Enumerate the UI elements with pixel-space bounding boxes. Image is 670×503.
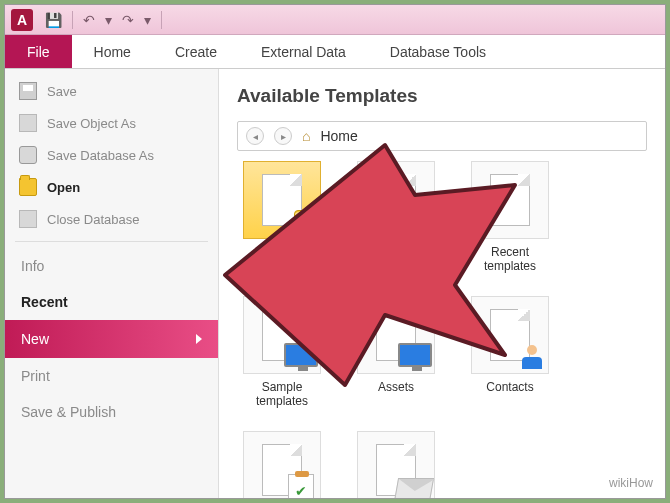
template-label: Sample templates xyxy=(237,380,327,409)
separator xyxy=(72,11,73,29)
save-icon[interactable]: 💾 xyxy=(45,12,62,28)
template-grid: Recent templates Sample templates Assets xyxy=(237,161,647,498)
template-contacts[interactable]: Contacts xyxy=(465,296,555,409)
sidebar-item-label: Close Database xyxy=(47,212,140,227)
save-object-icon xyxy=(19,114,37,132)
redo-icon[interactable]: ↷ xyxy=(122,12,134,28)
template-blank-web-database[interactable] xyxy=(351,161,441,274)
tab-database-tools[interactable]: Database Tools xyxy=(368,35,508,68)
undo-dropdown-icon[interactable]: ▾ xyxy=(105,12,112,28)
tab-create[interactable]: Create xyxy=(153,35,239,68)
sidebar-item-label: Save Object As xyxy=(47,116,136,131)
page-title: Available Templates xyxy=(237,85,647,107)
sidebar-item-info[interactable]: Info xyxy=(5,248,218,284)
tab-home[interactable]: Home xyxy=(72,35,153,68)
template-sample-templates[interactable]: Sample templates xyxy=(237,296,327,409)
sidebar-item-save[interactable]: Save xyxy=(5,75,218,107)
title-bar: A 💾 ↶ ▾ ↷ ▾ xyxy=(5,5,665,35)
sidebar-item-recent[interactable]: Recent xyxy=(5,284,218,320)
separator xyxy=(15,241,208,242)
sidebar-item-print[interactable]: Print xyxy=(5,358,218,394)
tab-file[interactable]: File xyxy=(5,35,72,68)
save-icon xyxy=(19,82,37,100)
sidebar-item-label: Open xyxy=(47,180,80,195)
template-non-profit[interactable]: Non-profit xyxy=(351,431,441,498)
nav-back-button[interactable]: ◂ xyxy=(246,127,264,145)
nav-forward-button[interactable]: ▸ xyxy=(274,127,292,145)
backstage-sidebar: Save Save Object As Save Database As Ope… xyxy=(5,69,219,498)
sidebar-item-save-publish[interactable]: Save & Publish xyxy=(5,394,218,430)
sidebar-item-save-database-as[interactable]: Save Database As xyxy=(5,139,218,171)
template-assets[interactable]: Assets xyxy=(351,296,441,409)
template-label: Contacts xyxy=(486,380,533,394)
ribbon-tabs: File Home Create External Data Database … xyxy=(5,35,665,69)
content-pane: Available Templates ◂ ▸ ⌂ Home xyxy=(219,69,665,498)
redo-dropdown-icon[interactable]: ▾ xyxy=(144,12,151,28)
sidebar-item-label: Save Database As xyxy=(47,148,154,163)
undo-icon[interactable]: ↶ xyxy=(83,12,95,28)
template-issues[interactable]: ✔ Issues & xyxy=(237,431,327,498)
sidebar-item-close-database[interactable]: Close Database xyxy=(5,203,218,235)
save-db-icon xyxy=(19,146,37,164)
separator xyxy=(161,11,162,29)
folder-open-icon xyxy=(19,178,37,196)
template-label: Recent templates xyxy=(465,245,555,274)
tab-external-data[interactable]: External Data xyxy=(239,35,368,68)
sidebar-item-label: Save xyxy=(47,84,77,99)
sidebar-item-new[interactable]: New xyxy=(5,320,218,358)
quick-access-toolbar: 💾 ↶ ▾ ↷ ▾ xyxy=(45,11,162,29)
sidebar-item-save-object-as[interactable]: Save Object As xyxy=(5,107,218,139)
watermark: wikiHow xyxy=(609,476,653,490)
template-recent-templates[interactable]: Recent templates xyxy=(465,161,555,274)
breadcrumb-bar: ◂ ▸ ⌂ Home xyxy=(237,121,647,151)
sidebar-item-label: New xyxy=(21,331,49,347)
home-icon: ⌂ xyxy=(302,128,310,144)
sidebar-item-open[interactable]: Open xyxy=(5,171,218,203)
triangle-right-icon xyxy=(196,334,202,344)
app-icon: A xyxy=(11,9,33,31)
breadcrumb-home[interactable]: Home xyxy=(320,128,357,144)
close-db-icon xyxy=(19,210,37,228)
template-label: Assets xyxy=(378,380,414,394)
template-blank-database[interactable] xyxy=(237,161,327,274)
